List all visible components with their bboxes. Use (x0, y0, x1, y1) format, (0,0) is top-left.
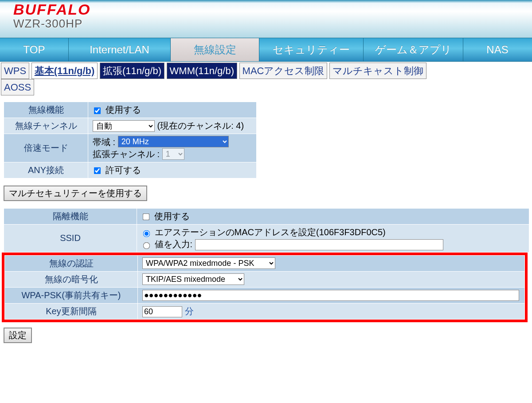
row-turbo-label: 倍速モード (4, 134, 88, 162)
subtab-mac[interactable]: MACアクセス制限 (239, 63, 328, 79)
subtab-ext[interactable]: 拡張(11n/g/b) (100, 63, 164, 79)
row-any-label: ANY接続 (4, 162, 88, 178)
multi-security-button[interactable]: マルチセキュリティーを使用する (4, 186, 147, 201)
tab-nas[interactable]: NAS (463, 38, 532, 61)
ssid-input-radio[interactable] (143, 242, 150, 249)
tab-wireless[interactable]: 無線設定 (171, 38, 259, 61)
any-allow-checkbox[interactable] (94, 167, 101, 174)
row-rekey-label: Key更新間隔 (5, 303, 138, 319)
main-tabs: TOP Internet/LAN 無線設定 セキュリティー ゲーム＆アプリ NA… (0, 38, 532, 62)
psk-input[interactable] (142, 290, 519, 301)
ssid-input-label: 値を入力: (155, 239, 193, 249)
enc-select[interactable]: TKIP/AES mixedmode (142, 273, 244, 285)
row-ssid-label: SSID (4, 224, 137, 252)
extch-select[interactable]: 1 (162, 148, 184, 160)
row-auth-label: 無線の認証 (5, 255, 138, 271)
any-allow-text: 許可する (106, 165, 141, 175)
subtab-wps[interactable]: WPS (1, 63, 29, 79)
subtab-wmm[interactable]: WMM(11n/g/b) (167, 63, 237, 79)
brand-logo: BUFFALO (13, 2, 532, 17)
channel-select[interactable]: 自動 (93, 120, 155, 132)
tab-security[interactable]: セキュリティー (259, 38, 364, 61)
wireless-enable-checkbox[interactable] (94, 107, 101, 114)
highlighted-security-rows: 無線の認証 WPA/WPA2 mixedmode - PSK 無線の暗号化 TK… (2, 253, 528, 322)
band-select[interactable]: 20 MHz (118, 136, 229, 147)
row-psk-label: WPA-PSK(事前共有キー) (5, 287, 138, 303)
wireless-basic-table: 無線機能 使用する 無線チャンネル 自動 (現在のチャンネル: 4) 倍速モード… (4, 102, 257, 178)
apply-button[interactable]: 設定 (4, 328, 32, 343)
header: BUFFALO WZR-300HP (0, 0, 532, 38)
row-channel-label: 無線チャンネル (4, 118, 88, 134)
ssid-mac-text: エアステーションのMACアドレスを設定(106F3F3DF0C5) (155, 227, 386, 237)
ssid-input-field[interactable] (195, 239, 443, 250)
tab-game-apps[interactable]: ゲーム＆アプリ (364, 38, 463, 61)
row-isolate-label: 隔離機能 (4, 208, 137, 224)
wireless-enable-text: 使用する (106, 105, 141, 115)
subtab-aoss[interactable]: AOSS (1, 79, 34, 95)
extch-label: 拡張チャンネル : (93, 148, 160, 160)
row-wireless-func-label: 無線機能 (4, 102, 88, 118)
ssid-mac-radio[interactable] (143, 230, 150, 237)
band-label: 帯域 : (93, 136, 115, 148)
tab-top[interactable]: TOP (0, 38, 69, 61)
subtabs: WPS 基本(11n/g/b) 拡張(11n/g/b) WMM(11n/g/b)… (0, 62, 532, 95)
rekey-unit: 分 (185, 306, 194, 316)
rekey-input[interactable] (142, 306, 182, 317)
security-table: 隔離機能 使用する SSID エアステーションのMACアドレスを設定(106F3… (4, 208, 529, 253)
isolate-checkbox[interactable] (143, 213, 150, 221)
subtab-multicast[interactable]: マルチキャスト制御 (329, 63, 426, 79)
model-name: WZR-300HP (13, 17, 532, 31)
auth-select[interactable]: WPA/WPA2 mixedmode - PSK (142, 257, 275, 269)
isolate-text: 使用する (154, 211, 190, 221)
channel-current: (現在のチャンネル: 4) (157, 121, 244, 130)
tab-internet-lan[interactable]: Internet/LAN (69, 38, 171, 61)
subtab-basic[interactable]: 基本(11n/g/b) (31, 63, 98, 79)
row-enc-label: 無線の暗号化 (5, 271, 138, 287)
